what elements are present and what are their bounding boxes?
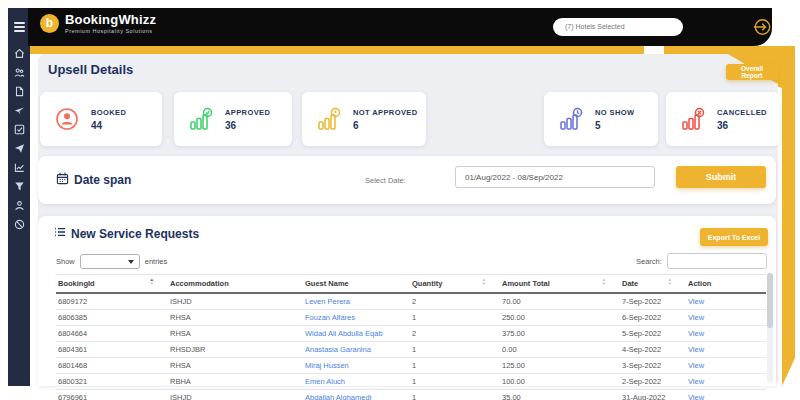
cell-action: View	[686, 326, 766, 342]
file-icon[interactable]	[14, 86, 25, 97]
guest-link[interactable]: Leven Perera	[305, 297, 350, 306]
export-to-excel-button[interactable]: Export To Excel	[700, 228, 768, 246]
col-amount-total[interactable]: Amount Total▲▼	[500, 275, 620, 294]
cell-action: View	[686, 293, 766, 310]
view-link[interactable]: View	[688, 297, 704, 306]
show-label: Show	[56, 257, 75, 266]
guest-link[interactable]: Miraj Hussen	[305, 361, 349, 370]
sort-icon[interactable]: ▲▼	[668, 278, 672, 286]
cell-date: 31-Aug-2022	[620, 390, 686, 400]
send-icon[interactable]	[14, 143, 25, 154]
sort-icon[interactable]: ▲▼	[482, 278, 486, 286]
logo-icon: b	[40, 14, 59, 33]
cell-amount: 125.00	[500, 358, 620, 374]
stat-value: 6	[353, 120, 418, 131]
brand-logo: b BookingWhizz Premium Hospitality Solut…	[40, 13, 156, 34]
col-accommodation[interactable]: Accommodation	[168, 275, 303, 294]
go-arrow-icon[interactable]	[752, 17, 772, 37]
view-link[interactable]: View	[688, 329, 704, 338]
view-link[interactable]: View	[688, 377, 704, 386]
cell-booking-id: 6804664	[56, 326, 168, 342]
search-input[interactable]	[667, 253, 767, 269]
table-row: 6804361 RHSDJBR Anastasia Garanina 1 0.0…	[56, 342, 766, 358]
view-link[interactable]: View	[688, 313, 704, 322]
calendar-icon	[56, 172, 69, 188]
cell-date: 4-Sep-2022	[620, 342, 686, 358]
stat-value: 44	[91, 120, 126, 131]
check-square-icon[interactable]	[14, 124, 25, 135]
select-date-label: Select Date:	[365, 176, 406, 185]
plane-icon[interactable]	[14, 105, 25, 116]
sidebar-nav	[8, 8, 30, 386]
table-row: 6801468 RHSA Miraj Hussen 1 125.00 3-Sep…	[56, 358, 766, 374]
table-scrollbar[interactable]	[767, 273, 773, 383]
stat-card-cancelled: CANCELLED 36	[666, 92, 780, 146]
home-icon[interactable]	[14, 48, 25, 59]
scrollbar-thumb[interactable]	[767, 273, 773, 328]
cell-accommodation: RBHA	[168, 374, 303, 390]
guest-link[interactable]: Widad Ali Abdulla Eqab	[305, 329, 383, 338]
cell-action: View	[686, 310, 766, 326]
ban-icon[interactable]	[14, 219, 25, 230]
not-approved-chart-icon	[316, 106, 342, 132]
list-icon	[54, 226, 66, 241]
cell-quantity: 2	[410, 293, 500, 310]
cell-quantity: 1	[410, 342, 500, 358]
entries-select[interactable]	[80, 254, 140, 269]
menu-icon[interactable]	[14, 22, 25, 32]
cancelled-chart-icon	[680, 106, 706, 132]
stat-value: 36	[225, 120, 270, 131]
service-requests-card: New Service Requests Export To Excel Sho…	[38, 216, 776, 386]
cell-amount: 375.00	[500, 326, 620, 342]
sort-icon[interactable]: ▲▼	[602, 278, 606, 286]
stat-card-not-approved: NOT APPROVED 6	[302, 92, 426, 146]
date-range-input[interactable]	[455, 166, 655, 188]
cell-booking-id: 6809172	[56, 293, 168, 310]
cell-accommodation: RHSDJBR	[168, 342, 303, 358]
no-show-chart-icon	[558, 106, 584, 132]
sort-asc-icon[interactable]: ▲▼	[150, 278, 154, 286]
guest-link[interactable]: Fouzan Alfares	[305, 313, 355, 322]
col-guest-name[interactable]: Guest Name	[303, 275, 410, 294]
team-icon[interactable]	[14, 200, 25, 211]
cell-quantity: 1	[410, 358, 500, 374]
filter-icon[interactable]	[14, 181, 25, 192]
guest-link[interactable]: Anastasia Garanina	[305, 345, 371, 354]
approved-chart-icon	[188, 106, 214, 132]
cell-accommodation: RHSA	[168, 358, 303, 374]
table-row: 6806385 RHSA Fouzan Alfares 1 250.00 6-S…	[56, 310, 766, 326]
col-quantity[interactable]: Quantity▲▼	[410, 275, 500, 294]
view-link[interactable]: View	[688, 345, 704, 354]
overall-report-button[interactable]: Overall Report	[726, 64, 778, 80]
col-date[interactable]: Date▲▼	[620, 275, 686, 294]
submit-button[interactable]: Submit	[676, 166, 766, 188]
table-header-row: BookingId▲▼ Accommodation Guest Name Qua…	[56, 275, 766, 294]
col-bookingid[interactable]: BookingId▲▼	[56, 275, 168, 294]
cell-action: View	[686, 390, 766, 400]
hotels-selected-dropdown[interactable]: (7) Hotels Selected	[553, 18, 683, 36]
cell-guest: Leven Perera	[303, 293, 410, 310]
view-link[interactable]: View	[688, 393, 704, 400]
search-label: Search:	[636, 257, 662, 266]
users-icon[interactable]	[14, 67, 25, 78]
cell-booking-id: 6804361	[56, 342, 168, 358]
stat-value: 36	[717, 120, 767, 131]
cell-accommodation: ISHJD	[168, 293, 303, 310]
page-title: Upsell Details	[48, 62, 133, 77]
cell-booking-id: 6800321	[56, 374, 168, 390]
col-action[interactable]: Action	[686, 275, 766, 294]
cell-action: View	[686, 374, 766, 390]
cell-accommodation: ISHJD	[168, 390, 303, 400]
view-link[interactable]: View	[688, 361, 704, 370]
cell-guest: Miraj Hussen	[303, 358, 410, 374]
table-row: 6804664 RHSA Widad Ali Abdulla Eqab 2 37…	[56, 326, 766, 342]
guest-link[interactable]: Abdallah Alghamedi	[305, 393, 371, 400]
cell-booking-id: 6806385	[56, 310, 168, 326]
guest-link[interactable]: Emen Aluch	[305, 377, 345, 386]
cell-guest: Widad Ali Abdulla Eqab	[303, 326, 410, 342]
chart-icon[interactable]	[14, 162, 25, 173]
requests-table-body: 6809172 ISHJD Leven Perera 2 70.00 7-Sep…	[56, 293, 766, 400]
cell-date: 5-Sep-2022	[620, 326, 686, 342]
cell-accommodation: RHSA	[168, 326, 303, 342]
brand-tagline: Premium Hospitality Solutions	[65, 28, 156, 34]
